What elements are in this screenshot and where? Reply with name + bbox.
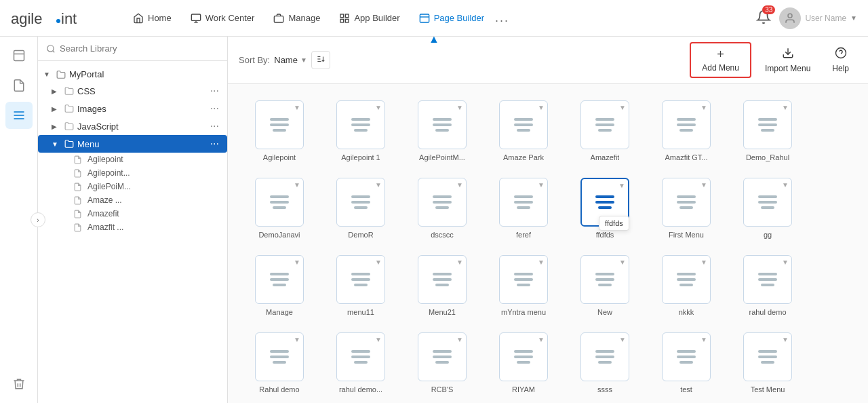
sidebar-expand-button[interactable]: › [31, 212, 45, 227]
grid-item-gg[interactable]: ▼gg [727, 170, 808, 247]
tree-item-css[interactable]: ▶ CSS ··· [38, 82, 227, 100]
grid-item-amazefit[interactable]: ▼Amazefit [564, 92, 646, 170]
grid-item-demor[interactable]: ▼DemoR [320, 170, 401, 247]
grid-item-label-agilepoint: Agilepoint [263, 153, 296, 161]
card-line-1-first-menu [677, 201, 696, 204]
grid-item-label-amaze-park: Amaze Park [503, 153, 544, 161]
card-line-2-demor [354, 206, 368, 209]
grid-item-test-menu[interactable]: ▼Test Menu [727, 324, 808, 402]
tree-subitem-amaze[interactable]: Amaze ... [38, 193, 227, 207]
import-menu-button[interactable]: Import Menu [757, 43, 818, 77]
grid-item-ffdfds[interactable]: ▼ffdfdsffdfds [564, 170, 646, 247]
menu-card-demor: ▼ [336, 178, 385, 227]
grid-item-amazfit-gt[interactable]: ▼Amazfit GT... [646, 92, 727, 170]
nav-work-center[interactable]: Work Center [182, 9, 263, 28]
menu-card-icon-agilepoint [267, 112, 292, 138]
collapse-nav-button[interactable]: ▲ [429, 33, 439, 45]
tree-subitem-amazfit2[interactable]: Amazfit ... [38, 220, 227, 234]
card-dropdown-icon-menu21: ▼ [456, 258, 463, 266]
sidebar-icon-portal[interactable] [5, 42, 33, 69]
nav-app-builder[interactable]: App Builder [331, 9, 408, 28]
grid-item-myntra-menu[interactable]: ▼mYntra menu [483, 247, 564, 324]
tree-item-images[interactable]: ▶ Images ··· [38, 100, 227, 117]
tree-dots-menu[interactable]: ··· [208, 138, 222, 150]
menu-card-icon-rcbs [429, 344, 455, 370]
card-line-1-riyam [514, 356, 533, 358]
avatar [779, 7, 801, 29]
tree-arrow-javascript: ▶ [52, 123, 61, 130]
tree-dots-javascript[interactable]: ··· [208, 120, 222, 132]
grid-item-amaze-park[interactable]: ▼Amaze Park [483, 92, 564, 170]
grid-item-first-menu[interactable]: ▼First Menu [646, 170, 727, 247]
tree-subitem-amazefit[interactable]: Amazefit [38, 207, 227, 220]
notification-bell[interactable]: 33 [756, 9, 771, 26]
grid-item-label-first-menu: First Menu [669, 231, 704, 239]
sort-order-button[interactable] [311, 51, 330, 69]
logo[interactable]: agile int [11, 7, 106, 29]
folder-icon-menu [64, 139, 75, 149]
tree-dots-images[interactable]: ··· [208, 102, 222, 115]
card-dropdown-icon-gg: ▼ [782, 181, 789, 189]
card-line-2-nkkk [679, 284, 693, 286]
grid-item-nkkk[interactable]: ▼nkkk [646, 247, 727, 324]
card-line-0-agilepoint [270, 118, 289, 121]
grid-item-rahul-demo3[interactable]: ▼rahul demo... [320, 324, 401, 402]
grid-item-rahul-demo2[interactable]: ▼Rahul demo [239, 324, 320, 402]
grid-item-ssss[interactable]: ▼ssss [564, 324, 646, 402]
grid-item-riyam[interactable]: ▼RIYAM [483, 324, 564, 402]
menu-card-icon-agilepoint1 [348, 112, 374, 138]
grid-item-agilepoint[interactable]: ▼Agilepoint [239, 92, 320, 170]
card-line-1-amazefit [595, 123, 614, 126]
card-dropdown-icon-riyam: ▼ [538, 336, 545, 343]
card-line-2-demojanavi [273, 206, 286, 209]
grid-item-feref[interactable]: ▼feref [483, 170, 564, 247]
card-dropdown-icon-feref: ▼ [538, 181, 545, 189]
svg-rect-9 [340, 19, 344, 22]
card-line-1-menu21 [433, 278, 452, 281]
sidebar-icon-document[interactable] [5, 72, 33, 99]
grid-item-demojanavi[interactable]: ▼DemoJanavi [239, 170, 320, 247]
grid-item-agilepoint1[interactable]: ▼Agilepoint 1 [320, 92, 401, 170]
menu-grid: ▼Agilepoint▼Agilepoint 1▼AgilePointM...▼… [239, 92, 857, 403]
grid-item-label-riyam: RIYAM [512, 385, 535, 394]
grid-item-new[interactable]: ▼New [564, 247, 646, 324]
grid-item-label-feref: feref [516, 231, 531, 239]
tree-subitem-agilepoint[interactable]: Agilepoint [38, 153, 227, 166]
sidebar-icon-list[interactable] [5, 102, 33, 129]
user-menu[interactable]: User Name ▼ [779, 7, 857, 29]
grid-item-demo-rahul[interactable]: ▼Demo_Rahul [727, 92, 808, 170]
tree-subitem-agilepoint2[interactable]: Agilepoint... [38, 166, 227, 180]
grid-item-menu11[interactable]: ▼menu11 [320, 247, 401, 324]
nav-manage[interactable]: Manage [265, 9, 328, 28]
nav-more-dots[interactable]: ... [495, 11, 509, 25]
grid-item-menu21[interactable]: ▼Menu21 [401, 247, 483, 324]
tree-arrow-menu: ▼ [52, 140, 61, 148]
grid-item-rahul-demo[interactable]: ▼rahul demo [727, 247, 808, 324]
grid-item-rcbs[interactable]: ▼RCB'S [401, 324, 483, 402]
sort-value-dropdown[interactable]: Name ▼ [274, 55, 307, 65]
tree-dots-css[interactable]: ··· [208, 85, 222, 97]
grid-item-label-menu21: Menu21 [429, 308, 456, 316]
tree-item-myportal[interactable]: ▼ MyPortal [38, 66, 227, 82]
nav-home[interactable]: Home [125, 9, 180, 28]
grid-item-dscscc[interactable]: ▼dscscc [401, 170, 483, 247]
tree-item-menu[interactable]: ▼ Menu ··· [38, 135, 227, 153]
grid-item-aglepointm[interactable]: ▼AgilePointM... [401, 92, 483, 170]
sidebar-icon-trash[interactable] [5, 370, 33, 398]
search-input[interactable] [60, 43, 219, 54]
add-menu-button[interactable]: + Add Menu [690, 42, 751, 78]
help-button[interactable]: Help [824, 43, 857, 77]
menu-card-aglepointm: ▼ [418, 100, 467, 149]
grid-item-test[interactable]: ▼test [646, 324, 727, 402]
tree-subitem-agilepointm[interactable]: AgilePoiM... [38, 180, 227, 193]
grid-item-manage[interactable]: ▼Manage [239, 247, 320, 324]
menu-card-icon-test [673, 344, 699, 370]
tree-item-javascript[interactable]: ▶ JavaScript ··· [38, 117, 227, 135]
menu-card-icon-dscscc [429, 189, 455, 215]
card-line-1-test [677, 356, 696, 358]
menu-card-icon-amaze-park [511, 112, 536, 138]
menu-card-agilepoint: ▼ [255, 100, 304, 149]
grid-item-label-aglepointm: AgilePointM... [419, 153, 465, 161]
menu-card-ssss: ▼ [580, 332, 629, 381]
nav-page-builder[interactable]: Page Builder [411, 9, 492, 28]
